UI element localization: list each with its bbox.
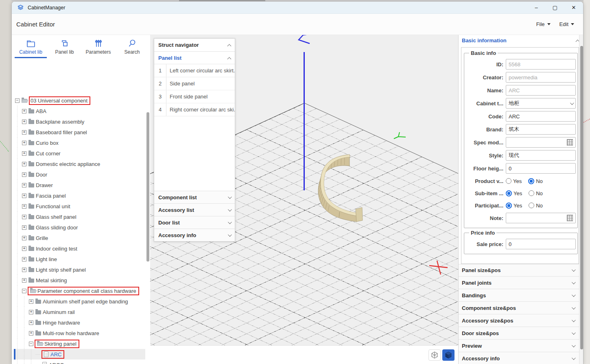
- close-button[interactable]: ✕: [564, 2, 583, 13]
- section-door-size-pos[interactable]: Door size&pos: [459, 327, 579, 340]
- radio-unchecked-icon[interactable]: [529, 203, 534, 208]
- expand-expander-icon[interactable]: [22, 109, 26, 113]
- expand-expander-icon[interactable]: [22, 130, 26, 135]
- radio-option[interactable]: Yes: [506, 178, 522, 184]
- tree-item[interactable]: Glass shelf panel: [14, 211, 145, 222]
- tree-item[interactable]: Skirting panel: [14, 338, 145, 349]
- field-input[interactable]: [506, 137, 576, 148]
- section-panel-size-pos[interactable]: Panel size&pos: [459, 264, 579, 277]
- model-curved-skirting-panel[interactable]: [318, 155, 363, 222]
- tree-item[interactable]: Curio box: [14, 137, 145, 148]
- tree-item[interactable]: Cut corner: [14, 148, 145, 159]
- tree-item[interactable]: ABA: [14, 106, 145, 116]
- expand-expander-icon[interactable]: [29, 299, 33, 304]
- expand-expander-icon[interactable]: [22, 268, 26, 272]
- wireframe-view-button[interactable]: [428, 349, 441, 361]
- expand-expander-icon[interactable]: [22, 215, 26, 219]
- tree-item[interactable]: Backplane assembly: [14, 116, 145, 127]
- field-input[interactable]: 0: [506, 163, 576, 174]
- field-input[interactable]: powermedia: [506, 72, 576, 83]
- expand-expander-icon[interactable]: [22, 246, 26, 251]
- panel-list-row[interactable]: 1Left corner circular arc skirt...: [154, 64, 235, 77]
- tree-item[interactable]: Glass sliding door: [14, 222, 145, 233]
- maximize-button[interactable]: ▢: [546, 2, 564, 13]
- basic-information-header[interactable]: Basic information: [459, 35, 583, 46]
- radio-unchecked-icon[interactable]: [506, 178, 511, 184]
- radio-option[interactable]: No: [529, 190, 543, 196]
- section-component-size-pos[interactable]: Component size&pos: [459, 302, 579, 314]
- panel-list-header[interactable]: Panel list: [154, 52, 235, 64]
- tree-item[interactable]: ARC: [14, 349, 145, 360]
- tree-item[interactable]: Multi-row hole hardware: [14, 328, 145, 338]
- radio-option[interactable]: Yes: [506, 190, 522, 196]
- tree-item[interactable]: Light line: [14, 254, 145, 264]
- collapse-expander-icon[interactable]: [29, 342, 33, 346]
- radio-option[interactable]: No: [529, 203, 543, 209]
- tree-item[interactable]: Metal skirting: [14, 275, 145, 286]
- panel-list-row[interactable]: 2Side panel: [154, 77, 235, 90]
- radio-checked-icon[interactable]: [506, 190, 512, 196]
- tree-item[interactable]: ARCC: [14, 360, 145, 364]
- expand-expander-icon[interactable]: [22, 278, 26, 283]
- section-panel-joints[interactable]: Panel joints: [459, 277, 579, 289]
- section-bandings[interactable]: Bandings: [459, 289, 579, 302]
- minimize-button[interactable]: –: [527, 2, 546, 13]
- properties-scrollbar-thumb[interactable]: [580, 46, 583, 349]
- field-select[interactable]: 地柜: [506, 98, 576, 109]
- calculator-icon[interactable]: [567, 139, 573, 146]
- collapse-expander-icon[interactable]: [15, 98, 20, 103]
- edit-menu[interactable]: Edit: [559, 21, 574, 27]
- tree-item[interactable]: Drawer: [14, 180, 145, 190]
- field-input[interactable]: 现代: [506, 150, 576, 161]
- expand-expander-icon[interactable]: [29, 331, 33, 336]
- expand-expander-icon[interactable]: [22, 172, 26, 177]
- expand-expander-icon[interactable]: [22, 141, 26, 145]
- panel-list-row[interactable]: 3Front side panel: [154, 90, 235, 103]
- expand-expander-icon[interactable]: [29, 310, 33, 314]
- tree-item[interactable]: Hinge hardware: [14, 317, 145, 328]
- section-accessory-info[interactable]: Accessory info: [459, 352, 579, 364]
- nav-section-accessory-list[interactable]: Accessory list: [154, 203, 235, 216]
- tree-item[interactable]: Domestic electric appliance: [14, 159, 145, 169]
- section-preview[interactable]: Preview: [459, 340, 579, 352]
- tree-item[interactable]: Light strip shelf panel: [14, 264, 145, 275]
- tab-search[interactable]: Search: [115, 35, 149, 58]
- expand-expander-icon[interactable]: [22, 194, 26, 198]
- tree-item[interactable]: Aluminum rail: [14, 307, 145, 317]
- radio-option[interactable]: No: [528, 178, 543, 184]
- expand-expander-icon[interactable]: [22, 151, 26, 156]
- expand-expander-icon[interactable]: [29, 320, 33, 325]
- expand-expander-icon[interactable]: [22, 162, 26, 166]
- struct-navigator-header[interactable]: Struct navigator: [154, 39, 235, 52]
- expand-expander-icon[interactable]: [22, 120, 26, 124]
- collapse-expander-icon[interactable]: [22, 289, 26, 293]
- tree-item[interactable]: Grille: [14, 233, 145, 243]
- section-accessory-size-pos[interactable]: Accessory size&pos: [459, 314, 579, 327]
- tab-cabinet-lib[interactable]: Cabinet lib: [14, 35, 48, 58]
- field-input[interactable]: [506, 213, 576, 223]
- tree-scrollbar[interactable]: [146, 93, 150, 364]
- radio-unchecked-icon[interactable]: [529, 190, 534, 196]
- shaded-view-button[interactable]: [442, 349, 455, 361]
- expand-expander-icon[interactable]: [22, 236, 26, 240]
- tree-item[interactable]: Parameter component call class hardware: [14, 286, 145, 296]
- expand-expander-icon[interactable]: [22, 225, 26, 230]
- tree-item[interactable]: Aluminium shelf panel edge banding: [14, 296, 145, 307]
- radio-option[interactable]: Yes: [506, 203, 522, 209]
- panel-list-row[interactable]: 4Right corner circular arc ski...: [154, 103, 235, 116]
- radio-checked-icon[interactable]: [528, 178, 534, 184]
- tree-item[interactable]: Fascia panel: [14, 190, 145, 201]
- nav-section-accessory-info[interactable]: Accessory info: [154, 229, 235, 241]
- tree-item[interactable]: Door: [14, 169, 145, 180]
- expand-expander-icon[interactable]: [22, 183, 26, 187]
- tree-item[interactable]: Functional unit: [14, 201, 145, 211]
- nav-section-component-list[interactable]: Component list: [154, 191, 235, 203]
- nav-section-door-list[interactable]: Door list: [154, 216, 235, 229]
- file-menu[interactable]: File: [536, 21, 551, 27]
- tree-scrollbar-thumb[interactable]: [146, 112, 149, 262]
- field-input[interactable]: ARC: [506, 111, 576, 122]
- field-input[interactable]: 筑木: [506, 124, 576, 135]
- tree-item[interactable]: 03 Universal component: [14, 95, 145, 106]
- tree-item[interactable]: Baseboard filler panel: [14, 127, 145, 137]
- field-input[interactable]: 5568: [506, 59, 576, 70]
